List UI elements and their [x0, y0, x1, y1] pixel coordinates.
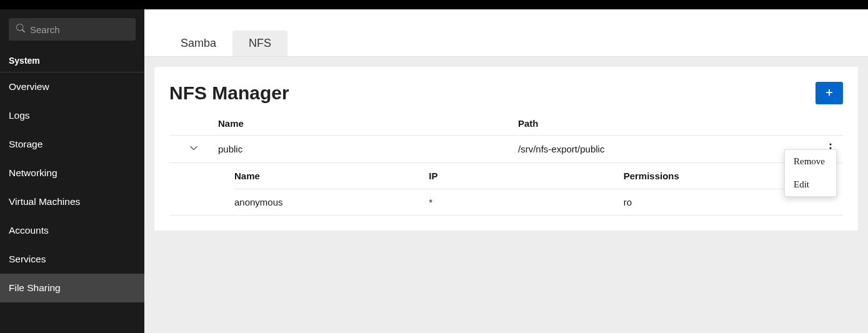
sidebar-item-networking[interactable]: Networking	[0, 159, 144, 187]
search-wrap	[0, 9, 144, 49]
subcol-name: Name	[234, 171, 429, 181]
app-frame: System Overview Logs Storage Networking …	[0, 9, 868, 333]
client-permissions: ro	[624, 197, 818, 207]
subtable-header: Name IP Permissions	[234, 163, 818, 189]
sidebar-nav: Overview Logs Storage Networking Virtual…	[0, 72, 144, 302]
subcol-ip: IP	[429, 171, 623, 181]
table-row: public /srv/nfs-export/public	[169, 136, 843, 163]
client-ip: *	[429, 197, 623, 207]
sidebar-item-virtual-machines[interactable]: Virtual Machines	[0, 187, 144, 216]
svg-point-0	[829, 143, 831, 145]
table-header-row: Name Path	[169, 112, 843, 136]
nfs-manager-card: NFS Manager Name Path	[154, 67, 858, 231]
topbar	[0, 0, 868, 9]
share-path: /srv/nfs-export/public	[518, 144, 818, 154]
tabs: Samba NFS	[144, 9, 868, 57]
sidebar-item-overview[interactable]: Overview	[0, 72, 144, 101]
page-title: NFS Manager	[169, 82, 289, 104]
shares-table: Name Path public /srv/nfs-export/public	[169, 112, 843, 216]
context-menu-remove[interactable]: Remove	[785, 150, 836, 173]
share-name: public	[218, 144, 518, 154]
sidebar-item-file-sharing[interactable]: File Sharing	[0, 274, 144, 302]
sidebar-item-logs[interactable]: Logs	[0, 101, 144, 130]
subtable-row: anonymous * ro	[234, 189, 818, 215]
col-name: Name	[218, 118, 518, 129]
client-name: anonymous	[234, 197, 429, 207]
tab-samba[interactable]: Samba	[164, 31, 232, 56]
sidebar-item-storage[interactable]: Storage	[0, 130, 144, 159]
col-path: Path	[518, 118, 818, 129]
sidebar-section-heading: System	[0, 49, 144, 72]
plus-icon	[825, 88, 834, 99]
search-box[interactable]	[9, 18, 136, 41]
add-button[interactable]	[816, 82, 843, 104]
context-menu: Remove Edit	[784, 149, 837, 197]
sidebar-item-services[interactable]: Services	[0, 245, 144, 274]
card-header: NFS Manager	[169, 82, 843, 104]
context-menu-edit[interactable]: Edit	[785, 173, 836, 196]
sidebar: System Overview Logs Storage Networking …	[0, 9, 144, 333]
sidebar-item-accounts[interactable]: Accounts	[0, 216, 144, 245]
tab-nfs[interactable]: NFS	[232, 31, 287, 56]
search-icon	[16, 24, 25, 35]
content: Samba NFS NFS Manager Name Path	[144, 9, 868, 333]
chevron-down-icon[interactable]	[189, 144, 198, 154]
clients-subtable: Name IP Permissions anonymous * ro	[169, 163, 843, 216]
search-input[interactable]	[30, 24, 149, 35]
